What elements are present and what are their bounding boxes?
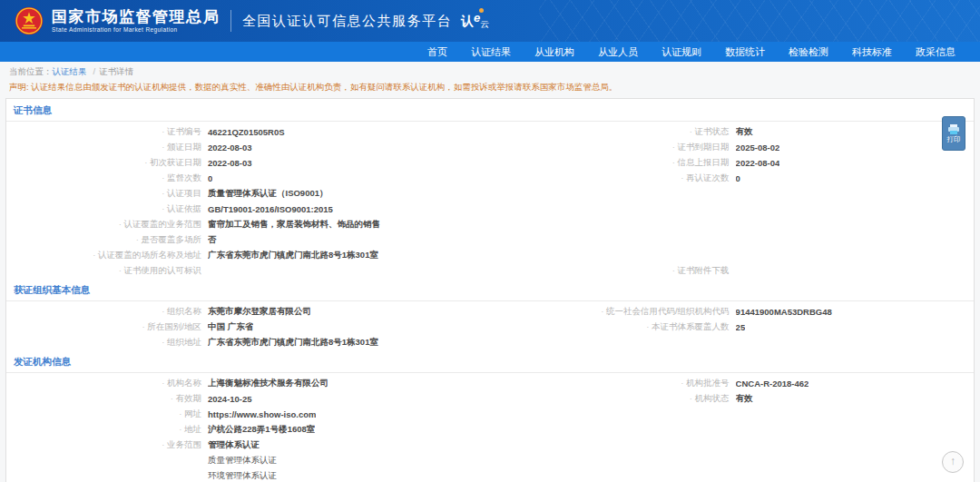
nav-item-inspection[interactable]: 检验检测 [777,42,840,62]
field-cert-status: 证书状态有效 [558,124,974,140]
field-cert-project: 认证项目质量管理体系认证（ISO9001） [6,186,558,202]
certificate-detail-panel: 证书信息 证书编号46221QZ01505R0S 颁证日期2022-08-03 … [5,98,975,482]
org-names: 国家市场监督管理总局 State Administration for Mark… [52,9,220,34]
field-org-address: 组织地址广东省东莞市虎门镇虎门南北路8号1栋301室 [6,335,558,350]
nav-item-statistics[interactable]: 数据统计 [713,42,777,62]
section-title-issuing-agency-info: 发证机构信息 [6,350,974,373]
nav-item-procurement-info[interactable]: 政采信息 [904,42,967,62]
section-title-organization-info: 获证组织基本信息 [6,279,974,301]
field-agency-address: 地址沪杭公路228弄1号楼1608室 [6,422,558,438]
field-agency-approval-number: 机构批准号CNCA-R-2018-462 [558,376,974,391]
field-recert-count: 再认证次数0 [558,171,974,186]
field-business-scope: 认证覆盖的业务范围窗帘加工及销售，家居装饰材料、饰品的销售 [6,217,558,232]
org-name-cn: 国家市场监督管理总局 [52,9,220,25]
disclaimer-notice: 声明: 认证结果信息由颁发证书的认证机构提供，数据的真实性、准确性由认证机构负责… [0,79,980,97]
field-report-date: 信息上报日期2022-08-04 [558,155,974,171]
arrow-up-icon: ↑ [950,455,956,467]
main-nav: 首页 认证结果 从业机构 从业人员 认证规则 数据统计 检验检测 科技标准 政采… [0,42,980,62]
field-org-name: 组织名称东莞市摩尔登家居有限公司 [6,304,558,320]
field-agency-name: 机构名称上海衡魅标准技术服务有限公司 [6,376,558,391]
back-to-top-button[interactable]: ↑ [942,451,964,473]
nav-item-tech-standards[interactable]: 科技标准 [840,42,904,62]
nav-item-cert-results[interactable]: 认证结果 [459,42,523,62]
breadcrumb: 当前位置：认证结果/证书详情 [0,62,980,79]
print-button-label: 打印 [947,136,961,143]
field-covered-headcount: 本证书体系覆盖人数25 [558,320,974,335]
field-supervision-count: 监督次数0 [6,171,558,186]
field-org-country: 所在国别/地区中国 广东省 [6,320,558,335]
page: 国家市场监督管理总局 State Administration for Mark… [0,0,980,482]
field-agency-validity: 有效期2024-10-25 [6,391,558,407]
nav-item-agencies[interactable]: 从业机构 [523,42,586,62]
printer-icon [947,124,960,135]
site-header: 国家市场监督管理总局 State Administration for Mark… [0,0,980,42]
field-multi-site: 是否覆盖多场所否 [6,232,558,248]
scope-item-environment: 环境管理体系认证 [6,468,558,482]
print-button[interactable]: 打印 [942,116,965,151]
scope-item-quality: 质量管理体系认证 [6,453,558,468]
breadcrumb-prefix: 当前位置： [9,66,53,76]
nav-item-practitioners[interactable]: 从业人员 [586,42,650,62]
field-first-cert-date: 初次获证日期2022-08-03 [6,155,558,171]
org-name-en: State Administration for Market Regulati… [52,27,220,34]
breadcrumb-current: 证书详情 [99,66,133,76]
field-site-address: 认证覆盖的场所名称及地址广东省东莞市虎门镇虎门南北路8号1栋301室 [6,248,558,263]
nav-item-home[interactable]: 首页 [416,42,459,62]
field-accreditation-mark: 证书使用的认可标识 [6,263,558,279]
field-agency-status: 机构状态有效 [558,391,974,407]
section-issuing-agency-info: 发证机构信息 机构名称上海衡魅标准技术服务有限公司 有效期2024-10-25 … [6,350,974,482]
national-emblem-icon [15,6,44,35]
field-issue-date: 颁证日期2022-08-03 [6,140,558,155]
breadcrumb-separator: / [93,66,96,76]
field-credit-code: 统一社会信用代码/组织机构代码91441900MA53DRBG48 [558,304,974,320]
ren-e-yun-logo-icon: 认e云 [461,13,489,30]
field-agency-scope: 业务范围管理体系认证 [6,438,558,453]
field-expiry-date: 证书到期日期2025-08-02 [558,140,974,155]
field-cert-basis: 认证依据GB/T19001-2016/ISO9001:2015 [6,202,558,217]
platform-title: 全国认证认可信息公共服务平台 [242,13,452,30]
section-organization-info: 获证组织基本信息 组织名称东莞市摩尔登家居有限公司 所在国别/地区中国 广东省 … [6,279,974,350]
section-certificate-info: 证书信息 证书编号46221QZ01505R0S 颁证日期2022-08-03 … [6,99,974,279]
field-agency-website: 网址https://www.show-iso.com [6,407,558,422]
header-divider [230,10,231,32]
header-tech-pattern [539,0,980,42]
field-cert-number: 证书编号46221QZ01505R0S [6,124,558,140]
field-cert-attachment-download: 证书附件下载 [558,263,974,279]
section-title-certificate-info: 证书信息 [6,99,974,122]
nav-item-cert-rules[interactable]: 认证规则 [650,42,713,62]
breadcrumb-link-cert-results[interactable]: 认证结果 [53,66,87,76]
